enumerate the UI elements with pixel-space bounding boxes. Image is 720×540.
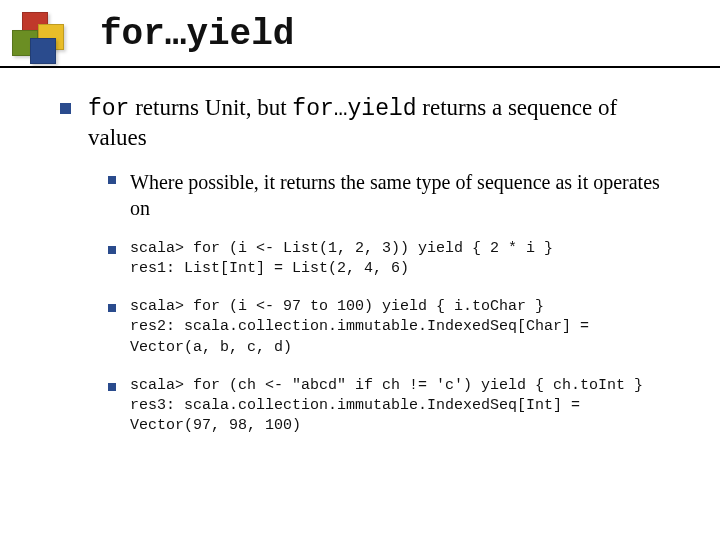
code-block: scala> for (i <- 97 to 100) yield { i.to… xyxy=(130,297,676,358)
bullet-level2: Where possible, it returns the same type… xyxy=(106,169,676,221)
logo-squares-icon xyxy=(4,12,70,60)
title-row: for…yield xyxy=(0,14,720,60)
slide-title: for…yield xyxy=(100,14,294,55)
bullet-text: for returns Unit, but for…yield returns … xyxy=(88,95,617,150)
bullet-level2: scala> for (i <- 97 to 100) yield { i.to… xyxy=(106,297,676,358)
bullet-level2: scala> for (ch <- "abcd" if ch != 'c') y… xyxy=(106,376,676,437)
slide: for…yield for returns Unit, but for…yiel… xyxy=(0,0,720,540)
code-block: scala> for (i <- List(1, 2, 3)) yield { … xyxy=(130,239,676,280)
body: for returns Unit, but for…yield returns … xyxy=(0,68,720,437)
bullet-level1: for returns Unit, but for…yield returns … xyxy=(58,94,676,437)
sub-text: Where possible, it returns the same type… xyxy=(130,169,676,221)
bullet-level2: scala> for (i <- List(1, 2, 3)) yield { … xyxy=(106,239,676,280)
code-block: scala> for (ch <- "abcd" if ch != 'c') y… xyxy=(130,376,676,437)
